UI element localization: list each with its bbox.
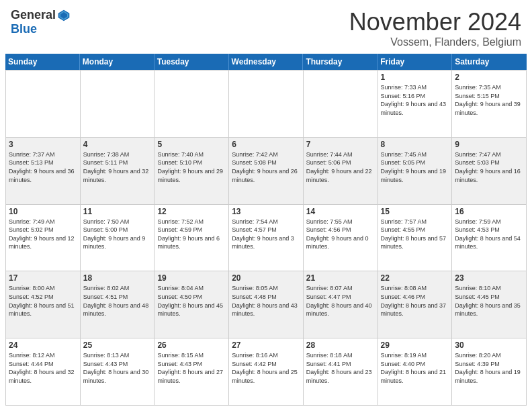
day-info: Sunrise: 7:44 AMSunset: 5:06 PMDaylight:… bbox=[306, 150, 375, 184]
header-day-thursday: Thursday bbox=[303, 54, 378, 70]
day-number: 16 bbox=[455, 207, 523, 216]
cal-cell: 13Sunrise: 7:54 AMSunset: 4:57 PMDayligh… bbox=[229, 205, 304, 272]
day-info: Sunrise: 8:18 AMSunset: 4:41 PMDaylight:… bbox=[306, 351, 375, 385]
day-number: 9 bbox=[455, 140, 523, 149]
day-info: Sunrise: 8:05 AMSunset: 4:48 PMDaylight:… bbox=[232, 284, 300, 318]
day-number: 27 bbox=[232, 340, 300, 350]
cal-cell: 25Sunrise: 8:13 AMSunset: 4:43 PMDayligh… bbox=[81, 338, 155, 406]
week-4: 17Sunrise: 8:00 AMSunset: 4:52 PMDayligh… bbox=[6, 271, 527, 338]
day-info: Sunrise: 8:04 AMSunset: 4:50 PMDaylight:… bbox=[157, 284, 226, 318]
day-info: Sunrise: 8:20 AMSunset: 4:39 PMDaylight:… bbox=[455, 351, 523, 385]
day-number: 4 bbox=[83, 140, 152, 149]
cal-cell: 30Sunrise: 8:20 AMSunset: 4:39 PMDayligh… bbox=[452, 338, 527, 406]
day-info: Sunrise: 7:54 AMSunset: 4:57 PMDaylight:… bbox=[232, 218, 300, 251]
day-info: Sunrise: 7:42 AMSunset: 5:08 PMDaylight:… bbox=[232, 150, 300, 184]
day-number: 29 bbox=[381, 340, 449, 350]
day-info: Sunrise: 7:47 AMSunset: 5:03 PMDaylight:… bbox=[455, 150, 523, 184]
day-number: 5 bbox=[157, 140, 226, 149]
day-number: 6 bbox=[232, 140, 300, 149]
day-info: Sunrise: 7:45 AMSunset: 5:05 PMDaylight:… bbox=[381, 150, 449, 184]
day-info: Sunrise: 8:15 AMSunset: 4:43 PMDaylight:… bbox=[157, 351, 226, 385]
day-info: Sunrise: 7:49 AMSunset: 5:02 PMDaylight:… bbox=[9, 218, 77, 251]
cal-cell: 17Sunrise: 8:00 AMSunset: 4:52 PMDayligh… bbox=[6, 271, 81, 338]
day-number: 20 bbox=[232, 273, 300, 283]
header-day-saturday: Saturday bbox=[452, 54, 527, 70]
day-info: Sunrise: 8:07 AMSunset: 4:47 PMDaylight:… bbox=[306, 284, 375, 318]
day-info: Sunrise: 8:10 AMSunset: 4:45 PMDaylight:… bbox=[455, 284, 523, 318]
day-number: 21 bbox=[306, 273, 375, 283]
week-3: 10Sunrise: 7:49 AMSunset: 5:02 PMDayligh… bbox=[6, 205, 527, 272]
cal-cell: 22Sunrise: 8:08 AMSunset: 4:46 PMDayligh… bbox=[378, 271, 453, 338]
cal-cell: 24Sunrise: 8:12 AMSunset: 4:44 PMDayligh… bbox=[6, 338, 81, 406]
cal-cell: 10Sunrise: 7:49 AMSunset: 5:02 PMDayligh… bbox=[6, 205, 81, 272]
week-2: 3Sunrise: 7:37 AMSunset: 5:13 PMDaylight… bbox=[6, 138, 527, 205]
cal-cell: 4Sunrise: 7:38 AMSunset: 5:11 PMDaylight… bbox=[81, 138, 155, 205]
day-info: Sunrise: 8:08 AMSunset: 4:46 PMDaylight:… bbox=[381, 284, 449, 318]
day-info: Sunrise: 7:59 AMSunset: 4:53 PMDaylight:… bbox=[455, 218, 523, 251]
header-day-monday: Monday bbox=[80, 54, 154, 70]
day-number: 24 bbox=[9, 340, 77, 350]
day-number: 25 bbox=[83, 340, 152, 350]
day-info: Sunrise: 7:40 AMSunset: 5:10 PMDaylight:… bbox=[157, 150, 226, 184]
day-number: 2 bbox=[455, 73, 523, 82]
page-header: General Blue November 2024 Vossem, Fland… bbox=[0, 0, 532, 54]
day-info: Sunrise: 7:57 AMSunset: 4:55 PMDaylight:… bbox=[381, 218, 449, 251]
day-info: Sunrise: 8:00 AMSunset: 4:52 PMDaylight:… bbox=[9, 284, 77, 318]
week-1: 1Sunrise: 7:33 AMSunset: 5:16 PMDaylight… bbox=[6, 71, 527, 138]
cal-cell: 14Sunrise: 7:55 AMSunset: 4:56 PMDayligh… bbox=[304, 205, 378, 272]
cal-cell: 29Sunrise: 8:19 AMSunset: 4:40 PMDayligh… bbox=[378, 338, 453, 406]
header-day-friday: Friday bbox=[378, 54, 452, 70]
day-number: 18 bbox=[83, 273, 152, 283]
cal-cell: 23Sunrise: 8:10 AMSunset: 4:45 PMDayligh… bbox=[452, 271, 527, 338]
cal-cell: 5Sunrise: 7:40 AMSunset: 5:10 PMDaylight… bbox=[154, 138, 229, 205]
day-info: Sunrise: 8:13 AMSunset: 4:43 PMDaylight:… bbox=[83, 351, 152, 385]
cal-cell: 2Sunrise: 7:35 AMSunset: 5:15 PMDaylight… bbox=[452, 71, 527, 138]
header-day-tuesday: Tuesday bbox=[154, 54, 229, 70]
day-number: 12 bbox=[157, 207, 226, 216]
day-number: 7 bbox=[306, 140, 375, 149]
logo: General Blue bbox=[11, 8, 71, 36]
day-info: Sunrise: 7:38 AMSunset: 5:11 PMDaylight:… bbox=[83, 150, 152, 184]
day-info: Sunrise: 7:35 AMSunset: 5:15 PMDaylight:… bbox=[455, 83, 523, 117]
cal-cell: 16Sunrise: 7:59 AMSunset: 4:53 PMDayligh… bbox=[452, 205, 527, 272]
cal-cell bbox=[81, 71, 155, 138]
location: Vossem, Flanders, Belgium bbox=[349, 36, 521, 48]
day-number: 22 bbox=[381, 273, 449, 283]
cal-cell: 11Sunrise: 7:50 AMSunset: 5:00 PMDayligh… bbox=[81, 205, 155, 272]
day-info: Sunrise: 8:19 AMSunset: 4:40 PMDaylight:… bbox=[381, 351, 449, 385]
day-info: Sunrise: 8:02 AMSunset: 4:51 PMDaylight:… bbox=[83, 284, 152, 318]
cal-cell: 20Sunrise: 8:05 AMSunset: 4:48 PMDayligh… bbox=[229, 271, 304, 338]
cal-cell: 12Sunrise: 7:52 AMSunset: 4:59 PMDayligh… bbox=[154, 205, 229, 272]
cal-cell: 9Sunrise: 7:47 AMSunset: 5:03 PMDaylight… bbox=[452, 138, 527, 205]
cal-cell: 26Sunrise: 8:15 AMSunset: 4:43 PMDayligh… bbox=[154, 338, 229, 406]
day-info: Sunrise: 7:55 AMSunset: 4:56 PMDaylight:… bbox=[306, 218, 375, 251]
logo-text: General bbox=[11, 8, 71, 22]
logo-icon bbox=[57, 9, 71, 22]
day-number: 26 bbox=[157, 340, 226, 350]
cal-cell: 27Sunrise: 8:16 AMSunset: 4:42 PMDayligh… bbox=[229, 338, 304, 406]
title-area: November 2024 Vossem, Flanders, Belgium bbox=[349, 8, 521, 48]
day-info: Sunrise: 7:52 AMSunset: 4:59 PMDaylight:… bbox=[157, 218, 226, 251]
day-number: 1 bbox=[381, 73, 449, 82]
cal-cell bbox=[304, 71, 378, 138]
calendar: SundayMondayTuesdayWednesdayThursdayFrid… bbox=[0, 54, 532, 411]
logo-blue-text: Blue bbox=[11, 22, 37, 36]
header-day-wednesday: Wednesday bbox=[229, 54, 304, 70]
calendar-body: 1Sunrise: 7:33 AMSunset: 5:16 PMDaylight… bbox=[5, 70, 527, 406]
logo-general: General bbox=[11, 8, 56, 22]
day-info: Sunrise: 7:37 AMSunset: 5:13 PMDaylight:… bbox=[9, 150, 77, 184]
day-number: 30 bbox=[455, 340, 523, 350]
page-container: General Blue November 2024 Vossem, Fland… bbox=[0, 0, 532, 411]
day-number: 8 bbox=[381, 140, 449, 149]
cal-cell: 8Sunrise: 7:45 AMSunset: 5:05 PMDaylight… bbox=[378, 138, 453, 205]
cal-cell: 15Sunrise: 7:57 AMSunset: 4:55 PMDayligh… bbox=[378, 205, 453, 272]
day-info: Sunrise: 8:16 AMSunset: 4:42 PMDaylight:… bbox=[232, 351, 300, 385]
day-number: 28 bbox=[306, 340, 375, 350]
cal-cell: 18Sunrise: 8:02 AMSunset: 4:51 PMDayligh… bbox=[81, 271, 155, 338]
week-5: 24Sunrise: 8:12 AMSunset: 4:44 PMDayligh… bbox=[6, 338, 527, 406]
day-info: Sunrise: 8:12 AMSunset: 4:44 PMDaylight:… bbox=[9, 351, 77, 385]
cal-cell bbox=[154, 71, 229, 138]
cal-cell: 1Sunrise: 7:33 AMSunset: 5:16 PMDaylight… bbox=[378, 71, 453, 138]
cal-cell: 28Sunrise: 8:18 AMSunset: 4:41 PMDayligh… bbox=[304, 338, 378, 406]
day-number: 23 bbox=[455, 273, 523, 283]
